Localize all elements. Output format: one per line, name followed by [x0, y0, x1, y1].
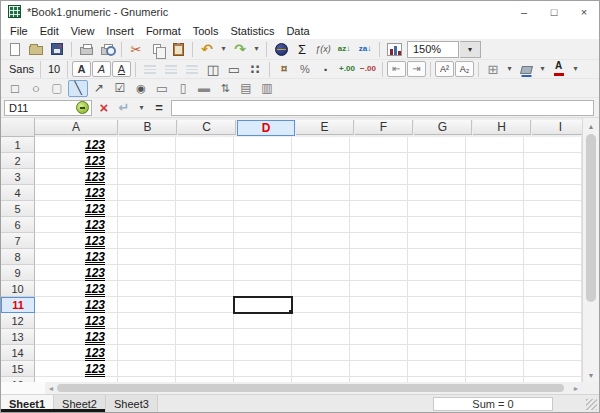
subscript-icon[interactable]: A₂ — [455, 61, 474, 77]
merge-cells-icon[interactable]: ◫ — [203, 61, 223, 78]
cell-D3[interactable] — [234, 169, 292, 185]
line-icon[interactable]: ╲ — [68, 80, 88, 97]
function-icon[interactable]: ƒ(x) — [313, 41, 333, 58]
column-header-E[interactable]: E — [296, 120, 354, 135]
cell-F14[interactable] — [350, 345, 408, 361]
row-header-2[interactable]: 2 — [1, 153, 35, 169]
cell-I3[interactable] — [524, 169, 582, 185]
cell-F15[interactable] — [350, 361, 408, 377]
cell-F3[interactable] — [350, 169, 408, 185]
cell-C8[interactable] — [176, 249, 234, 265]
radio-button-icon[interactable]: ◉ — [131, 80, 151, 97]
cell-I9[interactable] — [524, 265, 582, 281]
cell-G10[interactable] — [408, 281, 466, 297]
cell-A2[interactable]: 123 — [35, 153, 118, 169]
save-icon[interactable] — [47, 41, 67, 58]
cell-E4[interactable] — [292, 185, 350, 201]
row-header-16[interactable]: 16 — [1, 377, 35, 382]
cell-F2[interactable] — [350, 153, 408, 169]
button-widget-icon[interactable]: ▭ — [152, 80, 172, 97]
column-header-A[interactable]: A — [35, 120, 118, 135]
cell-C10[interactable] — [176, 281, 234, 297]
cell-A10[interactable]: 123 — [35, 281, 118, 297]
row-header-4[interactable]: 4 — [1, 185, 35, 201]
cell-A11[interactable]: 123 — [35, 297, 118, 313]
selection-box[interactable] — [233, 296, 293, 314]
cell-F6[interactable] — [350, 217, 408, 233]
cell-C14[interactable] — [176, 345, 234, 361]
cell-D14[interactable] — [234, 345, 292, 361]
decrease-precision-icon[interactable]: −.00 — [358, 61, 378, 78]
cell-D6[interactable] — [234, 217, 292, 233]
cell-I13[interactable] — [524, 329, 582, 345]
menu-tools[interactable]: Tools — [187, 25, 225, 37]
cell-I4[interactable] — [524, 185, 582, 201]
slider-widget-icon[interactable]: ▬ — [194, 80, 214, 97]
menu-file[interactable]: File — [4, 25, 34, 37]
maximize-button[interactable]: □ — [539, 1, 569, 22]
cell-B8[interactable] — [118, 249, 176, 265]
fill-color-icon[interactable] — [516, 61, 536, 78]
cell-I16[interactable] — [524, 377, 582, 382]
cell-H2[interactable] — [466, 153, 524, 169]
cell-H3[interactable] — [466, 169, 524, 185]
column-header-D[interactable]: D — [237, 120, 295, 136]
underline-icon[interactable]: A — [112, 61, 131, 77]
cell-B16[interactable] — [118, 377, 176, 382]
horizontal-scrollbar[interactable]: ◄ ► — [45, 382, 582, 394]
checkbox-icon[interactable]: ☑ — [110, 80, 130, 97]
sort-za-icon[interactable]: za↓ — [355, 41, 375, 58]
cell-E16[interactable] — [292, 377, 350, 382]
cell-G13[interactable] — [408, 329, 466, 345]
italic-icon[interactable]: A — [92, 61, 111, 77]
rectangle-icon[interactable]: □ — [5, 80, 25, 97]
row-header-12[interactable]: 12 — [1, 313, 35, 329]
cell-H11[interactable] — [466, 297, 524, 313]
cell-D12[interactable] — [234, 313, 292, 329]
cell-F5[interactable] — [350, 201, 408, 217]
center-across-icon[interactable]: ▭ — [224, 61, 244, 78]
cell-F4[interactable] — [350, 185, 408, 201]
cut-icon[interactable]: ✂ — [126, 41, 146, 58]
undo-icon[interactable]: ↶ — [197, 41, 217, 58]
cell-I11[interactable] — [524, 297, 582, 313]
cell-E6[interactable] — [292, 217, 350, 233]
cell-D10[interactable] — [234, 281, 292, 297]
menu-format[interactable]: Format — [140, 25, 187, 37]
open-file-icon[interactable] — [26, 41, 46, 58]
font-name-selector[interactable]: Sans — [5, 61, 41, 78]
zoom-combobox[interactable]: 150% — [407, 41, 459, 58]
cell-H8[interactable] — [466, 249, 524, 265]
align-center-icon[interactable] — [161, 61, 181, 78]
column-header-F[interactable]: F — [355, 120, 413, 135]
cell-E9[interactable] — [292, 265, 350, 281]
cell-E1[interactable] — [292, 137, 350, 153]
cell-C12[interactable] — [176, 313, 234, 329]
cell-A7[interactable]: 123 — [35, 233, 118, 249]
cell-I7[interactable] — [524, 233, 582, 249]
font-color-icon[interactable] — [549, 61, 569, 78]
cell-G7[interactable] — [408, 233, 466, 249]
cell-F8[interactable] — [350, 249, 408, 265]
row-header-6[interactable]: 6 — [1, 217, 35, 233]
thousands-separator-icon[interactable]: · — [316, 61, 336, 78]
accept-edit-button[interactable]: ↵ — [116, 100, 132, 116]
hyperlink-icon[interactable] — [271, 41, 291, 58]
bold-icon[interactable]: A — [72, 61, 91, 77]
cell-A13[interactable]: 123 — [35, 329, 118, 345]
redo-icon[interactable]: ↷ — [230, 41, 250, 58]
jump-to-cell-icon[interactable] — [76, 101, 89, 114]
sort-az-icon[interactable]: az↓ — [334, 41, 354, 58]
cell-C16[interactable] — [176, 377, 234, 382]
cell-H4[interactable] — [466, 185, 524, 201]
cell-D9[interactable] — [234, 265, 292, 281]
cell-I2[interactable] — [524, 153, 582, 169]
cell-C15[interactable] — [176, 361, 234, 377]
cell-E8[interactable] — [292, 249, 350, 265]
horizontal-scroll-thumb[interactable] — [57, 384, 564, 392]
copy-icon[interactable] — [147, 41, 167, 58]
cell-I15[interactable] — [524, 361, 582, 377]
cell-B2[interactable] — [118, 153, 176, 169]
cell-E12[interactable] — [292, 313, 350, 329]
cell-B7[interactable] — [118, 233, 176, 249]
